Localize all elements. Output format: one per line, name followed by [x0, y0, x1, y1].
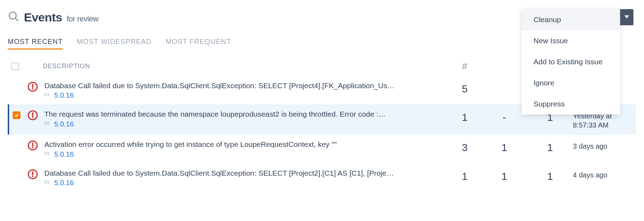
event-title: Database Call failed due to System.Data.… [44, 81, 441, 91]
svg-point-4 [32, 88, 33, 90]
event-col2: 1 [481, 139, 527, 154]
event-col2: 1 [481, 168, 527, 182]
svg-point-15 [46, 122, 48, 123]
drag-handle-icon [44, 179, 51, 187]
svg-point-35 [45, 182, 46, 183]
svg-point-23 [45, 152, 46, 153]
svg-point-19 [48, 124, 49, 125]
svg-point-26 [45, 154, 46, 155]
tab-most-recent[interactable]: MOST RECENT [8, 35, 63, 50]
column-count[interactable]: # [448, 61, 481, 72]
actions-dropdown-wrap: Cleanup New Issue Add to Existing Issue … [522, 9, 633, 115]
svg-point-31 [32, 176, 33, 177]
svg-point-36 [46, 182, 48, 183]
caret-down-icon [624, 13, 629, 21]
svg-point-0 [9, 12, 16, 19]
svg-point-37 [48, 182, 49, 183]
svg-point-10 [48, 95, 49, 96]
error-icon [27, 139, 44, 151]
svg-point-33 [46, 181, 48, 182]
tab-most-widespread[interactable]: MOST WIDESPREAD [77, 35, 151, 50]
svg-point-7 [48, 93, 49, 94]
action-add-to-existing-issue[interactable]: Add to Existing Issue [522, 51, 620, 72]
event-title: Activation error occurred while trying t… [44, 139, 441, 149]
event-title: Database Call failed due to System.Data.… [44, 168, 441, 178]
svg-point-6 [46, 93, 48, 94]
svg-point-24 [46, 152, 48, 153]
event-count: 5 [448, 81, 481, 95]
svg-point-27 [46, 154, 48, 155]
drag-handle-icon [44, 120, 51, 128]
svg-point-5 [45, 93, 46, 94]
svg-point-28 [48, 154, 49, 155]
event-time: 3 days ago [573, 139, 636, 151]
error-icon [27, 109, 44, 121]
select-all-checkbox[interactable] [11, 63, 19, 70]
action-cleanup[interactable]: Cleanup [522, 9, 620, 30]
action-suppress[interactable]: Suppress [522, 93, 620, 115]
svg-point-9 [46, 95, 48, 96]
event-col3: 1 [527, 168, 573, 182]
version-link[interactable]: 5.0.16 [54, 120, 74, 128]
svg-point-8 [45, 95, 46, 96]
event-count: 3 [448, 139, 481, 154]
actions-dropdown-toggle[interactable] [620, 9, 633, 25]
page-subtitle: for review [67, 14, 98, 23]
drag-handle-icon [44, 150, 51, 158]
search-icon [8, 11, 20, 24]
svg-point-14 [45, 122, 46, 123]
page-title-text: Events [24, 11, 62, 24]
error-icon [27, 81, 44, 92]
event-title: The request was terminated because the n… [44, 109, 441, 119]
actions-dropdown: Cleanup New Issue Add to Existing Issue … [522, 9, 620, 115]
event-time: 4 days ago [573, 168, 636, 180]
svg-point-34 [48, 181, 49, 182]
event-col2: - [481, 109, 527, 123]
svg-point-32 [45, 181, 46, 182]
action-new-issue[interactable]: New Issue [522, 30, 620, 51]
svg-point-18 [46, 124, 48, 125]
drag-handle-icon [44, 92, 51, 99]
svg-point-22 [32, 147, 33, 149]
version-link[interactable]: 5.0.16 [54, 91, 74, 99]
table-row[interactable]: Activation error occurred while trying t… [8, 135, 636, 163]
svg-point-25 [48, 152, 49, 153]
svg-point-16 [48, 122, 49, 123]
error-icon [27, 168, 44, 180]
svg-point-13 [32, 117, 33, 118]
svg-point-17 [45, 124, 46, 125]
action-ignore[interactable]: Ignore [522, 72, 620, 93]
svg-line-1 [15, 18, 18, 21]
page-title: Events for review [24, 11, 99, 24]
tab-most-frequent[interactable]: MOST FREQUENT [166, 35, 231, 50]
table-row[interactable]: Database Call failed due to System.Data.… [8, 163, 636, 192]
version-link[interactable]: 5.0.16 [54, 150, 74, 158]
row-checkbox[interactable] [13, 111, 20, 119]
event-col3: 1 [527, 139, 573, 154]
column-description[interactable]: DESCRIPTION [43, 63, 448, 70]
version-link[interactable]: 5.0.16 [54, 179, 74, 187]
event-count: 1 [448, 109, 481, 123]
event-count: 1 [448, 168, 481, 182]
event-col2 [481, 81, 527, 83]
